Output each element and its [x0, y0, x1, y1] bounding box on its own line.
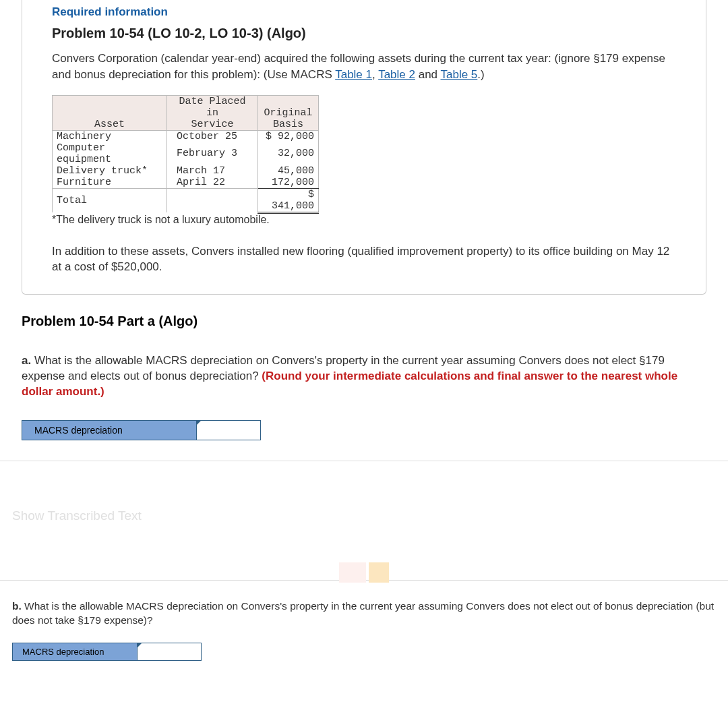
answer-label-a: MACRS depreciation	[22, 420, 197, 440]
qb-bold: b.	[12, 600, 22, 612]
part-a-header: Problem 10-54 Part a (Algo)	[22, 314, 706, 329]
table-footnote: *The delivery truck is not a luxury auto…	[52, 214, 676, 226]
table-row: Furniture April 22 172,000	[53, 177, 319, 189]
link-table-2[interactable]: Table 2	[378, 68, 415, 81]
show-transcribed-text[interactable]: Show Transcribed Text	[12, 508, 728, 523]
answer-row-b: MACRS depreciation	[12, 643, 716, 661]
question-a: a. What is the allowable MACRS depreciat…	[22, 353, 706, 440]
required-info-panel: Required information Problem 10-54 (LO 1…	[22, 0, 706, 295]
macrs-depreciation-input-a[interactable]	[197, 420, 261, 440]
table-row: Machinery October 25 $ 92,000	[53, 130, 319, 142]
required-information-label: Required information	[52, 5, 676, 19]
table-row: Computer equipment February 3 32,000	[53, 142, 319, 165]
question-b-text: b. What is the allowable MACRS depreciat…	[12, 599, 716, 628]
intro-sep1: ,	[372, 68, 378, 81]
qb-body: What is the allowable MACRS depreciation…	[12, 600, 714, 626]
divider-2-wrap	[0, 580, 728, 581]
additional-info: In addition to these assets, Convers ins…	[52, 243, 676, 276]
question-a-text: a. What is the allowable MACRS depreciat…	[22, 353, 706, 400]
asset-table: Asset Date Placed inService OriginalBasi…	[52, 95, 319, 214]
macrs-depreciation-input-b[interactable]	[138, 643, 202, 661]
link-table-1[interactable]: Table 1	[335, 68, 372, 81]
problem-intro: Convers Corporation (calendar year-end) …	[52, 51, 676, 83]
intro-sep2: and	[415, 68, 441, 81]
th-basis: OriginalBasis	[258, 95, 319, 130]
qa-bold: a.	[22, 354, 31, 367]
intro-post: .)	[477, 68, 484, 81]
image-placeholder	[339, 562, 389, 583]
table-total-row: Total $ 341,000	[53, 188, 319, 212]
problem-title: Problem 10-54 (LO 10-2, LO 10-3) (Algo)	[52, 26, 676, 41]
divider-1	[0, 461, 728, 461]
link-table-5[interactable]: Table 5	[440, 68, 477, 81]
answer-row-a: MACRS depreciation	[22, 420, 706, 440]
question-b: b. What is the allowable MACRS depreciat…	[12, 599, 716, 661]
table-row: Delivery truck* March 17 45,000	[53, 165, 319, 177]
answer-label-b: MACRS depreciation	[12, 643, 138, 661]
th-asset: Asset	[53, 95, 167, 130]
th-date: Date Placed inService	[167, 95, 258, 130]
